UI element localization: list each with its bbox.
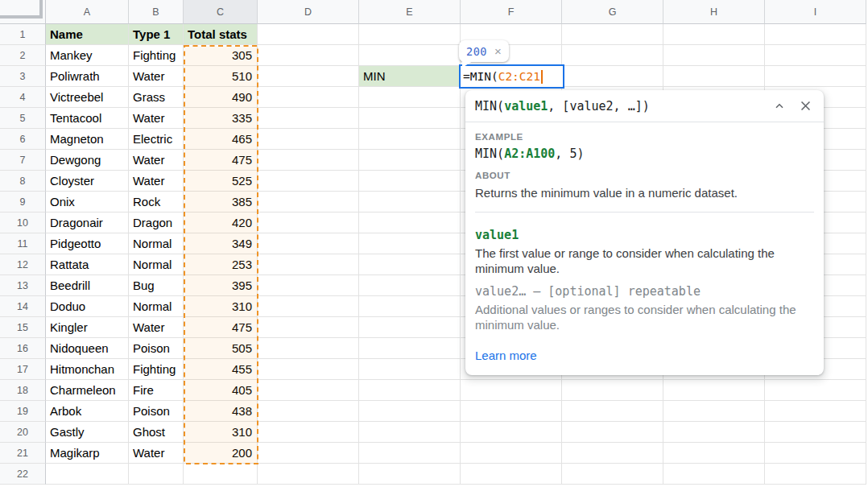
cell-B3[interactable]: Water bbox=[129, 66, 183, 86]
row-header-3[interactable]: 3 bbox=[0, 66, 46, 87]
row-header-11[interactable]: 11 bbox=[0, 233, 46, 254]
row-header-4[interactable]: 4 bbox=[0, 87, 46, 108]
row-header-13[interactable]: 13 bbox=[0, 275, 46, 296]
cell-A20[interactable]: Gastly bbox=[46, 422, 128, 442]
row-header-21[interactable]: 21 bbox=[0, 443, 46, 464]
cell-A16[interactable]: Nidoqueen bbox=[46, 338, 128, 358]
cell-A18[interactable]: Charmeleon bbox=[46, 380, 128, 400]
row-header-2[interactable]: 2 bbox=[0, 45, 46, 66]
cell-A19[interactable]: Arbok bbox=[46, 401, 128, 421]
cell-B15[interactable]: Water bbox=[129, 317, 183, 337]
cell-C10[interactable]: 420 bbox=[184, 213, 257, 233]
cell-B20[interactable]: Ghost bbox=[129, 422, 183, 442]
cell-A6[interactable]: Magneton bbox=[46, 129, 128, 149]
row-header-7[interactable]: 7 bbox=[0, 150, 46, 171]
cell-B4[interactable]: Grass bbox=[129, 87, 183, 107]
cell-B14[interactable]: Normal bbox=[129, 296, 183, 316]
column-header-G[interactable]: G bbox=[562, 0, 663, 24]
cell-B8[interactable]: Water bbox=[129, 171, 183, 191]
row-header-9[interactable]: 9 bbox=[0, 192, 46, 213]
cell-C19[interactable]: 438 bbox=[184, 401, 257, 421]
cell-B18[interactable]: Fire bbox=[129, 380, 183, 400]
cell-C15[interactable]: 475 bbox=[184, 317, 257, 337]
select-all-corner[interactable] bbox=[0, 0, 46, 24]
row-header-19[interactable]: 19 bbox=[0, 401, 46, 422]
column-header-E[interactable]: E bbox=[359, 0, 461, 24]
row-header-10[interactable]: 10 bbox=[0, 213, 46, 233]
cell-E3[interactable]: MIN bbox=[359, 66, 460, 86]
row-header-16[interactable]: 16 bbox=[0, 338, 46, 359]
cell-B13[interactable]: Bug bbox=[129, 275, 183, 295]
collapse-icon[interactable] bbox=[773, 100, 786, 113]
cell-A4[interactable]: Victreebel bbox=[46, 87, 128, 107]
cell-C16[interactable]: 505 bbox=[184, 338, 257, 358]
column-header-C[interactable]: C bbox=[184, 0, 258, 24]
cell-A15[interactable]: Kingler bbox=[46, 317, 128, 337]
cell-A2[interactable]: Mankey bbox=[46, 45, 128, 65]
cell-A11[interactable]: Pidgeotto bbox=[46, 233, 128, 254]
cell-C2[interactable]: 305 bbox=[184, 45, 257, 65]
cell-A12[interactable]: Rattata bbox=[46, 254, 128, 274]
cell-C4[interactable]: 490 bbox=[184, 87, 257, 107]
cell-A5[interactable]: Tentacool bbox=[46, 108, 128, 128]
column-header-D[interactable]: D bbox=[258, 0, 359, 24]
cell-B12[interactable]: Normal bbox=[129, 254, 183, 274]
cell-A8[interactable]: Cloyster bbox=[46, 171, 128, 191]
cell-B6[interactable]: Electric bbox=[129, 129, 183, 149]
cell-B17[interactable]: Fighting bbox=[129, 359, 183, 379]
cell-A17[interactable]: Hitmonchan bbox=[46, 359, 128, 379]
row-header-6[interactable]: 6 bbox=[0, 129, 46, 150]
chip-close-icon[interactable]: × bbox=[494, 45, 502, 57]
column-header-A[interactable]: A bbox=[46, 0, 129, 24]
close-icon[interactable] bbox=[799, 99, 812, 113]
cell-A14[interactable]: Doduo bbox=[46, 296, 128, 316]
cell-C7[interactable]: 475 bbox=[184, 150, 257, 170]
row-header-17[interactable]: 17 bbox=[0, 359, 46, 380]
formula-edit-cell[interactable]: =MIN(C2:C21 bbox=[459, 64, 564, 89]
row-header-22[interactable]: 22 bbox=[0, 464, 46, 485]
column-header-B[interactable]: B bbox=[129, 0, 184, 24]
cell-A9[interactable]: Onix bbox=[46, 192, 128, 212]
cell-A10[interactable]: Dragonair bbox=[46, 213, 128, 233]
cell-B19[interactable]: Poison bbox=[129, 401, 183, 421]
row-header-15[interactable]: 15 bbox=[0, 317, 46, 338]
column-header-H[interactable]: H bbox=[663, 0, 765, 24]
cell-C17[interactable]: 455 bbox=[184, 359, 257, 379]
cell-C3[interactable]: 510 bbox=[184, 66, 257, 86]
cell-B10[interactable]: Dragon bbox=[129, 213, 183, 233]
cell-C20[interactable]: 310 bbox=[184, 422, 257, 442]
cell-B9[interactable]: Rock bbox=[129, 192, 183, 212]
row-header-8[interactable]: 8 bbox=[0, 171, 46, 192]
row-header-20[interactable]: 20 bbox=[0, 422, 46, 443]
cell-C8[interactable]: 525 bbox=[184, 171, 257, 191]
cell-B1[interactable]: Type 1 bbox=[129, 24, 183, 44]
cell-A7[interactable]: Dewgong bbox=[46, 150, 128, 170]
cell-A13[interactable]: Beedrill bbox=[46, 275, 128, 295]
column-header-I[interactable]: I bbox=[765, 0, 866, 24]
column-header-F[interactable]: F bbox=[461, 0, 562, 24]
cell-B16[interactable]: Poison bbox=[129, 338, 183, 358]
cell-B2[interactable]: Fighting bbox=[129, 45, 183, 65]
cell-C5[interactable]: 335 bbox=[184, 108, 257, 128]
row-header-1[interactable]: 1 bbox=[0, 24, 46, 45]
cell-B5[interactable]: Water bbox=[129, 108, 183, 128]
cell-C18[interactable]: 405 bbox=[184, 380, 257, 400]
learn-more-link[interactable]: Learn more bbox=[475, 349, 537, 362]
cell-C9[interactable]: 385 bbox=[184, 192, 257, 212]
cell-B11[interactable]: Normal bbox=[129, 233, 183, 254]
cell-C13[interactable]: 395 bbox=[184, 275, 257, 295]
cell-C21[interactable]: 200 bbox=[184, 443, 257, 463]
row-header-12[interactable]: 12 bbox=[0, 254, 46, 275]
cell-C6[interactable]: 465 bbox=[184, 129, 257, 149]
cell-A21[interactable]: Magikarp bbox=[46, 443, 128, 463]
cell-B21[interactable]: Water bbox=[129, 443, 183, 463]
cell-C14[interactable]: 310 bbox=[184, 296, 257, 316]
row-header-5[interactable]: 5 bbox=[0, 108, 46, 129]
cell-C11[interactable]: 349 bbox=[184, 233, 257, 254]
row-header-18[interactable]: 18 bbox=[0, 380, 46, 401]
cell-A3[interactable]: Poliwrath bbox=[46, 66, 128, 86]
cell-A1[interactable]: Name bbox=[46, 24, 128, 44]
cell-C1[interactable]: Total stats bbox=[184, 24, 257, 44]
cell-C12[interactable]: 253 bbox=[184, 254, 257, 274]
cell-B7[interactable]: Water bbox=[129, 150, 183, 170]
